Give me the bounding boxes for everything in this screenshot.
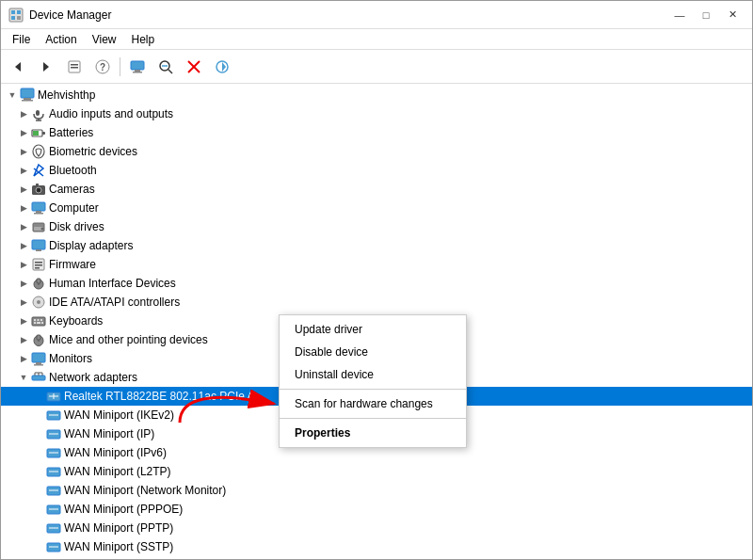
svg-rect-2	[17, 10, 21, 14]
display-label: Display adapters	[49, 239, 133, 252]
expand-computer[interactable]: ▶	[16, 200, 31, 216]
toolbar-help[interactable]: ?	[89, 54, 116, 80]
firmware-label: Firmware	[49, 258, 96, 271]
expand-disk[interactable]: ▶	[16, 219, 31, 234]
biometric-icon	[31, 144, 46, 159]
tree-wan-pptp[interactable]: WAN Miniport (PPTP)	[1, 519, 752, 537]
tree-root[interactable]: ▼ Mehvishthp	[1, 86, 752, 104]
ctx-scan-hardware[interactable]: Scan for hardware changes	[280, 392, 466, 415]
svg-rect-59	[34, 322, 36, 324]
tree-cameras[interactable]: ▶ Cameras	[1, 180, 752, 199]
ide-label: IDE ATA/ATAPI controllers	[49, 296, 180, 309]
toolbar-back[interactable]	[5, 54, 31, 80]
expand-print[interactable]: ▶	[16, 558, 31, 559]
expand-keyboards[interactable]: ▶	[16, 313, 31, 328]
tree-audio[interactable]: ▶ Audio inputs and outputs	[1, 104, 752, 123]
tree-wan-l2tp[interactable]: WAN Miniport (L2TP)	[1, 462, 752, 481]
wan-l2tp-icon	[46, 464, 61, 479]
tree-display[interactable]: ▶ Display adapters	[1, 236, 752, 255]
toolbar-update[interactable]	[209, 54, 235, 80]
svg-rect-4	[17, 16, 21, 20]
toolbar-computer[interactable]	[124, 54, 151, 80]
tree-biometric[interactable]: ▶ Biometric devices	[1, 142, 752, 161]
print-icon	[31, 558, 46, 559]
maximize-button[interactable]: □	[694, 6, 718, 24]
keyboards-label: Keyboards	[49, 314, 103, 328]
menu-view[interactable]: View	[85, 31, 124, 48]
tree-firmware[interactable]: ▶ Firmware	[1, 255, 752, 274]
wan-pppoe-icon	[46, 502, 61, 517]
expand-bluetooth[interactable]: ▶	[16, 163, 31, 178]
device-manager-window: Device Manager — □ ✕ File Action View He…	[0, 0, 753, 560]
svg-rect-8	[71, 64, 78, 66]
toolbar-properties[interactable]	[61, 54, 88, 80]
tree-bluetooth[interactable]: ▶ Bluetooth	[1, 161, 752, 180]
expand-hid[interactable]: ▶	[16, 276, 31, 291]
tree-wan-pppoe[interactable]: WAN Miniport (PPPOE)	[1, 500, 752, 519]
menu-help[interactable]: Help	[124, 31, 163, 48]
menu-action[interactable]: Action	[38, 31, 84, 48]
tree-wan-netmon[interactable]: WAN Miniport (Network Monitor)	[1, 481, 752, 500]
expand-audio[interactable]: ▶	[16, 106, 31, 121]
svg-rect-23	[24, 98, 31, 100]
hid-label: Human Interface Devices	[49, 277, 176, 290]
bluetooth-icon	[31, 163, 46, 178]
hid-icon	[31, 276, 46, 291]
wan-l2tp-label: WAN Miniport (L2TP)	[64, 465, 171, 478]
expand-batteries[interactable]: ▶	[16, 125, 31, 140]
batteries-icon	[31, 125, 46, 140]
toolbar-scan[interactable]	[152, 54, 179, 80]
expand-monitors[interactable]: ▶	[16, 351, 31, 366]
root-label: Mehvishthp	[38, 88, 95, 102]
close-button[interactable]: ✕	[720, 6, 745, 24]
monitors-label: Monitors	[49, 352, 92, 365]
ctx-separator-2	[280, 418, 466, 419]
computer-label: Computer	[49, 201, 99, 215]
svg-rect-47	[35, 262, 42, 264]
expand-network[interactable]: ▼	[16, 370, 31, 385]
menu-file[interactable]: File	[5, 31, 38, 48]
title-bar: Device Manager — □ ✕	[1, 1, 752, 29]
toolbar-forward[interactable]	[33, 54, 59, 80]
ctx-disable-device[interactable]: Disable device	[280, 341, 466, 363]
tree-computer[interactable]: ▶ Computer	[1, 199, 752, 217]
tree-hid[interactable]: ▶ Human Interface Devices	[1, 274, 752, 293]
ctx-uninstall-device[interactable]: Uninstall device	[280, 363, 466, 386]
expand-mice[interactable]: ▶	[16, 332, 31, 347]
expand-ide[interactable]: ▶	[16, 295, 31, 310]
tree-print[interactable]: ▶ Print queues	[1, 556, 752, 559]
expand-cameras[interactable]: ▶	[16, 182, 31, 197]
svg-marker-21	[222, 62, 226, 72]
expand-root[interactable]: ▼	[5, 88, 20, 103]
wan-pptp-label: WAN Miniport (PPTP)	[64, 521, 173, 535]
computer-icon	[20, 88, 35, 103]
wan-netmon-icon	[46, 483, 61, 498]
minimize-button[interactable]: —	[667, 6, 692, 24]
display-icon	[31, 238, 46, 253]
disk-label: Disk drives	[49, 220, 104, 233]
svg-rect-48	[35, 264, 42, 266]
tree-wan-sstp[interactable]: WAN Miniport (SSTP)	[1, 537, 752, 556]
ctx-properties[interactable]: Properties	[280, 422, 466, 444]
toolbar-uninstall[interactable]	[181, 54, 207, 80]
svg-rect-66	[36, 362, 41, 364]
menu-bar: File Action View Help	[1, 29, 752, 50]
expand-firmware[interactable]: ▶	[16, 257, 31, 272]
firmware-icon	[31, 257, 46, 272]
device-tree[interactable]: ▼ Mehvishthp ▶	[1, 84, 752, 559]
tree-disk[interactable]: ▶ Disk drives	[1, 217, 752, 236]
wan-ip-label: WAN Miniport (IP)	[64, 427, 154, 440]
keyboard-icon	[31, 313, 46, 328]
svg-rect-67	[34, 364, 43, 366]
wan-ikev2-label: WAN Miniport (IKEv2)	[64, 408, 174, 422]
tree-batteries[interactable]: ▶ Batteries	[1, 123, 752, 142]
expand-display[interactable]: ▶	[16, 238, 31, 253]
svg-rect-58	[40, 319, 42, 321]
svg-rect-60	[37, 322, 40, 324]
svg-rect-29	[42, 132, 45, 135]
ctx-update-driver[interactable]: Update driver	[280, 318, 466, 341]
expand-biometric[interactable]: ▶	[16, 144, 31, 159]
tree-ide[interactable]: ▶ IDE ATA/ATAPI controllers	[1, 293, 752, 312]
svg-rect-1	[11, 10, 15, 14]
svg-rect-40	[34, 213, 43, 215]
